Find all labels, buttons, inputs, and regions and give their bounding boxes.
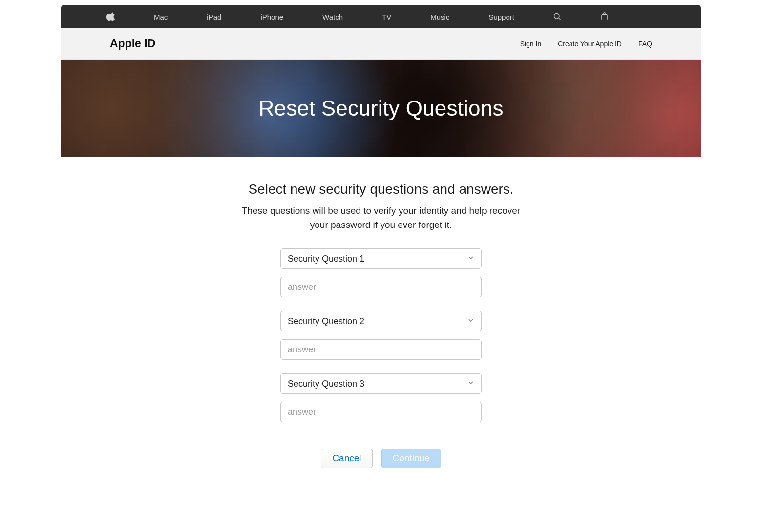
question-group-2: Security Question 2	[280, 311, 482, 360]
answer-3-input[interactable]	[280, 402, 482, 422]
main-content: Select new security questions and answer…	[61, 157, 701, 488]
continue-button[interactable]: Continue	[381, 449, 441, 468]
page-title: Apple ID	[110, 37, 155, 50]
select-label: Security Question 3	[288, 379, 467, 389]
security-question-2-select[interactable]: Security Question 2	[280, 311, 482, 331]
security-question-3-select[interactable]: Security Question 3	[280, 373, 482, 394]
faq-link[interactable]: FAQ	[638, 40, 652, 48]
bag-icon[interactable]	[601, 12, 608, 21]
question-group-1: Security Question 1	[280, 248, 482, 297]
security-questions-form: Security Question 1 Security Question 2	[280, 248, 482, 422]
nav-support[interactable]: Support	[488, 13, 514, 21]
security-question-1-select[interactable]: Security Question 1	[280, 248, 482, 269]
create-apple-id-link[interactable]: Create Your Apple ID	[558, 40, 622, 48]
nav-ipad[interactable]: iPad	[207, 13, 221, 21]
chevron-down-icon	[467, 254, 474, 263]
apple-logo-icon[interactable]	[106, 12, 115, 21]
select-label: Security Question 2	[288, 316, 467, 327]
hero-title: Reset Security Questions	[258, 96, 503, 121]
sub-nav: Apple ID Sign In Create Your Apple ID FA…	[61, 28, 701, 60]
nav-music[interactable]: Music	[430, 13, 449, 21]
question-group-3: Security Question 3	[280, 373, 482, 422]
svg-point-0	[554, 13, 559, 19]
answer-2-input[interactable]	[280, 339, 482, 360]
hero-banner: Reset Security Questions	[61, 60, 701, 157]
select-label: Security Question 1	[288, 254, 467, 264]
svg-rect-2	[602, 15, 607, 20]
content-heading: Select new security questions and answer…	[61, 182, 701, 197]
search-icon[interactable]	[553, 13, 562, 21]
global-nav: Mac iPad iPhone Watch TV Music Support	[61, 5, 701, 28]
answer-1-input[interactable]	[280, 277, 482, 297]
chevron-down-icon	[467, 317, 474, 326]
sign-in-link[interactable]: Sign In	[520, 40, 542, 48]
content-subtext: These questions will be used to verify y…	[234, 204, 528, 232]
svg-line-1	[559, 18, 561, 20]
nav-tv[interactable]: TV	[382, 13, 391, 21]
nav-mac[interactable]: Mac	[154, 13, 168, 21]
nav-iphone[interactable]: iPhone	[260, 13, 283, 21]
action-buttons: Cancel Continue	[61, 449, 701, 468]
cancel-button[interactable]: Cancel	[321, 449, 372, 468]
chevron-down-icon	[467, 379, 474, 388]
nav-watch[interactable]: Watch	[322, 13, 343, 21]
